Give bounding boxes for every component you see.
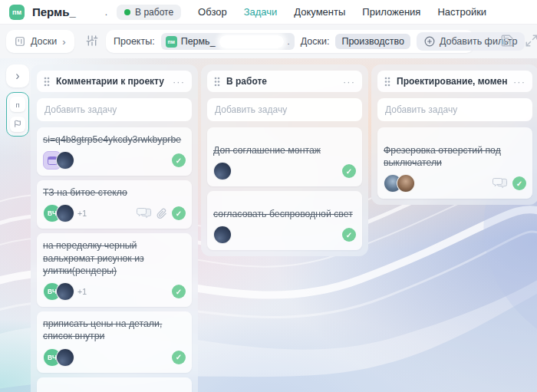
boards-view-button[interactable]: Доски › <box>6 30 74 53</box>
card-avatars: ВЧ+1 <box>43 282 172 301</box>
sidebar-shortcut-p[interactable]: п <box>10 97 25 112</box>
comments-icon <box>137 207 152 219</box>
task-card[interactable]: отправить по эдо ВЧ ✓ <box>37 377 192 392</box>
sidebar-shortcut-flag[interactable] <box>10 117 25 132</box>
card-meta: ✓ <box>384 174 526 193</box>
comments-icon <box>493 177 508 189</box>
completed-check-icon[interactable]: ✓ <box>342 228 356 242</box>
avatar <box>56 204 74 222</box>
avatar <box>213 226 232 244</box>
avatar <box>213 162 232 180</box>
avatar-overflow-count: +1 <box>77 209 87 218</box>
task-title: ТЗ на битое стекло <box>43 186 186 199</box>
column-menu-icon[interactable]: ··· <box>513 77 525 87</box>
card-meta: ВЧ+1 ✓ <box>43 204 186 222</box>
add-task-input[interactable] <box>377 98 532 121</box>
card-meta: ВЧ ✓ <box>43 348 186 367</box>
status-badge[interactable]: В работе <box>117 5 181 20</box>
workspace-logo[interactable]: пм <box>9 5 25 20</box>
card-meta: ✓ <box>213 226 356 244</box>
task-title: на переделку черный вальхромат рисунок и… <box>43 239 186 277</box>
card-avatars: ВЧ <box>43 348 172 367</box>
column-header[interactable]: В работе ··· <box>207 71 362 92</box>
status-dot-icon <box>124 9 130 15</box>
task-title: Фрезеровка отверстий под выключатели <box>384 144 526 169</box>
card-meta-icons: ✓ <box>493 176 526 190</box>
title-suffix: . <box>105 7 107 18</box>
floating-sidebar: › п <box>6 64 29 137</box>
filters-toolbar: Доски › Проекты: пм Пермь_ . Доски: Прои… <box>0 25 537 59</box>
task-card[interactable]: Доп соглашение монтаж ✓ <box>207 127 362 186</box>
save-icon[interactable] <box>500 34 514 48</box>
sidebar-shortcuts: п <box>6 92 29 137</box>
attachment-icon <box>156 208 167 219</box>
nav-overview[interactable]: Обзор <box>198 6 227 18</box>
avatar-overflow-count: +1 <box>77 287 87 296</box>
drag-handle-icon[interactable] <box>214 77 220 87</box>
avatar <box>56 151 74 170</box>
add-task-input[interactable] <box>207 98 362 121</box>
project-chip-suffix: . <box>288 37 290 46</box>
column-title: Комментарии к проекту <box>56 76 166 87</box>
add-task-input[interactable] <box>37 98 192 121</box>
projects-filter-label: Проекты: <box>114 36 155 47</box>
drag-handle-icon[interactable] <box>384 77 390 87</box>
project-chip-name: Пермь_ <box>181 36 216 47</box>
project-filter-chip[interactable]: пм Пермь_ . <box>161 33 295 50</box>
card-meta: ✓ <box>213 162 356 180</box>
sidebar-collapse-button[interactable]: › <box>6 64 29 87</box>
card-avatars <box>213 162 342 180</box>
board-icon <box>15 36 25 47</box>
card-meta-icons: ✓ <box>172 153 186 167</box>
task-title: приписать цены на детали, список внутри <box>43 318 186 342</box>
card-avatars <box>213 226 342 244</box>
boards-button-label: Доски <box>31 36 57 47</box>
nav-documents[interactable]: Документы <box>294 6 345 18</box>
column-cards: Фрезеровка отверстий под выключатели ✓ <box>377 127 532 199</box>
board-columns: Комментарии к проекту ··· si=q4b8gtrp5e4… <box>31 64 537 392</box>
card-meta-icons: ✓ <box>137 206 186 220</box>
kanban-column: В работе ··· Доп соглашение монтаж ✓ сог… <box>201 64 368 256</box>
column-title: В работе <box>226 76 337 87</box>
task-card[interactable]: ТЗ на битое стекло ВЧ+1 ✓ <box>37 180 192 229</box>
completed-check-icon[interactable]: ✓ <box>172 351 186 364</box>
main-nav: Обзор Задачи Документы Приложения Настро… <box>198 6 486 18</box>
project-chip-logo: пм <box>166 36 177 48</box>
task-card[interactable]: согласовать беспроводной свет ✓ <box>207 191 362 250</box>
task-title: Доп соглашение монтаж <box>213 144 356 156</box>
boards-filter-value[interactable]: Производство <box>335 34 410 49</box>
column-header[interactable]: Комментарии к проекту ··· <box>37 71 192 92</box>
chevron-right-icon: › <box>15 69 19 83</box>
top-header: пм Пермь_ . В работе Обзор Задачи Докуме… <box>0 0 537 25</box>
card-meta: ✓ <box>43 151 186 170</box>
column-header[interactable]: Проектирование, моменты ··· <box>377 71 532 92</box>
plus-circle-icon <box>424 36 435 47</box>
status-label: В работе <box>135 7 173 18</box>
nav-tasks[interactable]: Задачи <box>244 6 278 18</box>
expand-icon[interactable] <box>525 34 537 48</box>
card-meta-icons: ✓ <box>342 164 356 178</box>
completed-check-icon[interactable]: ✓ <box>342 164 356 178</box>
nav-settings[interactable]: Настройки <box>437 6 486 18</box>
column-menu-icon[interactable]: ··· <box>173 77 185 87</box>
kanban-board: Комментарии к проекту ··· si=q4b8gtrp5e4… <box>0 58 537 392</box>
column-cards: Доп соглашение монтаж ✓ согласовать бесп… <box>207 127 362 250</box>
column-menu-icon[interactable]: ··· <box>343 77 355 87</box>
task-card[interactable]: приписать цены на детали, список внутри … <box>37 311 192 372</box>
project-title: Пермь_ <box>32 5 76 18</box>
filter-sliders-icon[interactable] <box>86 35 98 47</box>
column-title: Проектирование, моменты <box>397 76 507 87</box>
task-card[interactable]: si=q4b8gtrp5e4ykcdy3rwkbyprbe ✓ <box>37 127 192 176</box>
drag-handle-icon[interactable] <box>44 77 50 87</box>
task-card[interactable]: Фрезеровка отверстий под выключатели ✓ <box>377 127 532 199</box>
task-card[interactable]: на переделку черный вальхромат рисунок и… <box>37 233 192 307</box>
completed-check-icon[interactable]: ✓ <box>172 206 186 220</box>
completed-check-icon[interactable]: ✓ <box>512 176 526 190</box>
card-meta-icons: ✓ <box>342 228 356 242</box>
boards-filter-label: Доски: <box>301 36 330 47</box>
completed-check-icon[interactable]: ✓ <box>172 285 186 298</box>
nav-apps[interactable]: Приложения <box>362 6 420 18</box>
completed-check-icon[interactable]: ✓ <box>172 153 186 167</box>
avatar <box>397 174 415 193</box>
app-window: пм Пермь_ . В работе Обзор Задачи Докуме… <box>0 0 537 392</box>
